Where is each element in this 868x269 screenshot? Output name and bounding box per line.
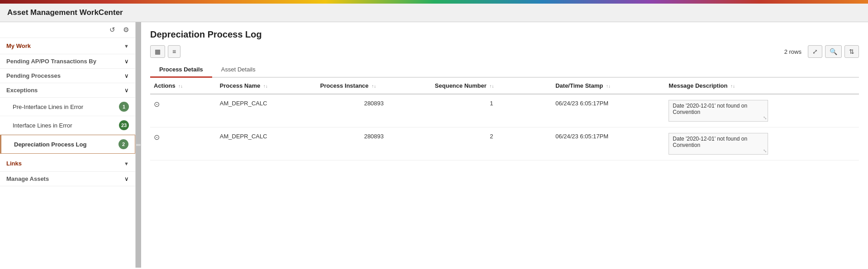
cell-message-description-2: Date '2020-12-01' not found on Conventio… (665, 127, 859, 160)
toolbar-left: ▦ ≡ (150, 45, 180, 58)
sidebar-toggle[interactable]: || (136, 22, 141, 268)
pre-interface-lines-label: Pre-Interface Lines in Error (13, 104, 83, 110)
sidebar-item-pending-ap-po[interactable]: Pending AP/PO Transactions By ∨ (0, 54, 135, 69)
action-icon-2[interactable]: ⊙ (154, 133, 160, 141)
filter-button[interactable]: ≡ (168, 45, 180, 58)
sort-icon[interactable]: ↑↓ (489, 84, 494, 89)
page-title: Depreciation Process Log (150, 29, 859, 40)
cell-action-1: ⊙ (150, 94, 216, 127)
top-decorative-bar (0, 0, 868, 4)
tabs: Process Details Asset Details (150, 62, 859, 78)
message-box-2[interactable]: Date '2020-12-01' not found on Conventio… (669, 133, 768, 155)
col-header-sequence-number: Sequence Number ↑↓ (431, 78, 552, 94)
cell-action-2: ⊙ (150, 127, 216, 160)
sidebar-item-pending-processes[interactable]: Pending Processes ∨ (0, 69, 135, 83)
sidebar-section-links[interactable]: Links ▼ (0, 156, 135, 172)
expand-button[interactable]: ⤢ (808, 45, 822, 58)
depreciation-process-log-badge: 2 (119, 139, 128, 149)
cell-process-instance-1: 280893 (317, 94, 432, 127)
sort-icon[interactable]: ↑↓ (263, 84, 268, 89)
table-header-row: Actions ↑↓ Process Name ↑↓ Process Insta… (150, 78, 859, 94)
manage-assets-label: Manage Assets (6, 175, 49, 182)
chevron-down-icon: ∨ (124, 87, 129, 94)
sidebar-item-manage-assets[interactable]: Manage Assets ∨ (0, 172, 135, 186)
table-row: ⊙ AM_DEPR_CALC 280893 1 06/24/23 6:05:17… (150, 94, 859, 127)
search-button[interactable]: 🔍 (825, 45, 842, 58)
main-layout: ↺ ⚙ My Work ▼ Pending AP/PO Transactions… (0, 22, 868, 268)
sort-icon[interactable]: ↑↓ (371, 84, 376, 89)
sidebar-item-interface-lines[interactable]: Interface Lines in Error 23 (0, 116, 135, 135)
col-header-message-description: Message Description ↑↓ (665, 78, 859, 94)
rows-count: 2 rows (784, 48, 802, 55)
chevron-down-icon: ∨ (124, 58, 129, 65)
sidebar-section-my-work-label: My Work (6, 42, 31, 49)
cell-process-name-1: AM_DEPR_CALC (216, 94, 317, 127)
interface-lines-label: Interface Lines in Error (13, 122, 72, 129)
pending-processes-label: Pending Processes (6, 72, 61, 79)
data-table: Actions ↑↓ Process Name ↑↓ Process Insta… (150, 78, 859, 160)
table-row: ⊙ AM_DEPR_CALC 280893 2 06/24/23 6:05:17… (150, 127, 859, 160)
cell-message-description-1: Date '2020-12-01' not found on Conventio… (665, 94, 859, 127)
cell-datetime-stamp-1: 06/24/23 6:05:17PM (552, 94, 665, 127)
settings-icon[interactable]: ⚙ (121, 25, 131, 35)
col-header-actions: Actions ↑↓ (150, 78, 216, 94)
app-title: Asset Management WorkCenter (7, 8, 123, 17)
interface-lines-badge: 23 (119, 120, 129, 130)
cell-sequence-number-2: 2 (431, 127, 552, 160)
content-area: Depreciation Process Log ▦ ≡ 2 rows ⤢ 🔍 … (141, 22, 868, 268)
sidebar-item-depreciation-process-log[interactable]: Depreciation Process Log 2 (0, 135, 135, 154)
resize-handle-2[interactable]: ⤡ (763, 148, 767, 153)
sort-button[interactable]: ⇅ (844, 45, 859, 58)
toolbar-right: 2 rows ⤢ 🔍 ⇅ (784, 45, 859, 58)
sidebar: ↺ ⚙ My Work ▼ Pending AP/PO Transactions… (0, 22, 136, 268)
exceptions-label: Exceptions (6, 87, 38, 94)
resize-handle-1[interactable]: ⤡ (763, 115, 767, 120)
cell-sequence-number-1: 1 (431, 94, 552, 127)
sort-icon[interactable]: ↑↓ (606, 84, 611, 89)
cell-process-name-2: AM_DEPR_CALC (216, 127, 317, 160)
grid-view-button[interactable]: ▦ (150, 45, 165, 58)
cell-datetime-stamp-2: 06/24/23 6:05:17PM (552, 127, 665, 160)
content-toolbar: ▦ ≡ 2 rows ⤢ 🔍 ⇅ (150, 45, 859, 58)
cell-process-instance-2: 280893 (317, 127, 432, 160)
depreciation-process-log-label: Depreciation Process Log (14, 141, 86, 148)
pending-ap-po-label: Pending AP/PO Transactions By (6, 58, 96, 65)
sidebar-section-links-label: Links (6, 160, 22, 167)
action-icon-1[interactable]: ⊙ (154, 100, 160, 108)
sidebar-item-pre-interface-lines[interactable]: Pre-Interface Lines in Error 1 (0, 98, 135, 116)
pre-interface-lines-badge: 1 (119, 102, 129, 112)
sort-icon[interactable]: ↑↓ (178, 84, 183, 89)
chevron-down-icon: ∨ (124, 175, 129, 182)
chevron-down-icon: ▼ (124, 43, 129, 49)
sidebar-item-exceptions[interactable]: Exceptions ∨ (0, 83, 135, 98)
refresh-icon[interactable]: ↺ (107, 25, 117, 35)
chevron-down-icon: ▼ (124, 161, 129, 166)
message-box-1[interactable]: Date '2020-12-01' not found on Conventio… (669, 100, 768, 122)
sort-icon[interactable]: ↑↓ (730, 84, 735, 89)
sidebar-section-my-work[interactable]: My Work ▼ (0, 38, 135, 54)
col-header-process-name: Process Name ↑↓ (216, 78, 317, 94)
col-header-process-instance: Process Instance ↑↓ (317, 78, 432, 94)
col-header-datetime-stamp: Date/Time Stamp ↑↓ (552, 78, 665, 94)
tab-asset-details[interactable]: Asset Details (212, 62, 265, 78)
sidebar-toolbar: ↺ ⚙ (0, 22, 135, 38)
chevron-down-icon: ∨ (124, 72, 129, 79)
app-title-bar: Asset Management WorkCenter (0, 4, 868, 22)
tab-process-details[interactable]: Process Details (150, 62, 212, 78)
